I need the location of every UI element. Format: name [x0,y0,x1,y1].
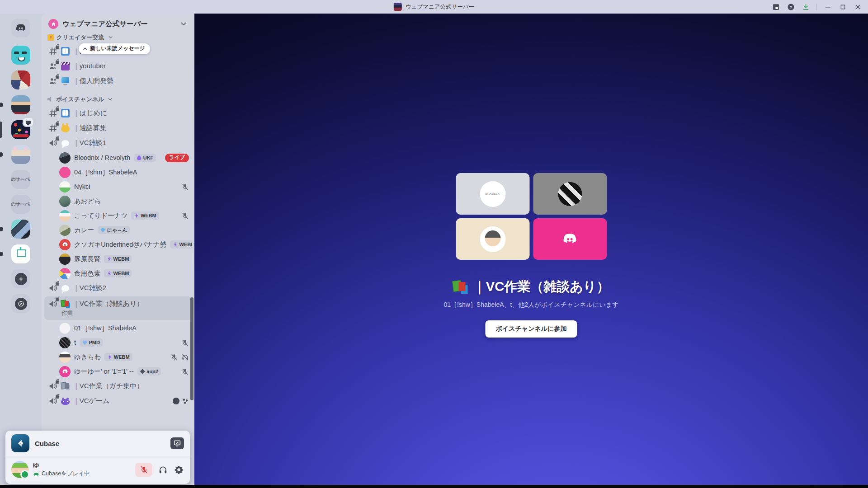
channel-はじめに[interactable]: ｜はじめに [44,106,192,121]
mic-muted-icon [170,353,178,361]
deafened-icon [181,353,189,361]
voice-user-row[interactable]: あおどら [44,194,192,208]
server-icon-photo[interactable] [0,70,42,89]
lock-icon [56,298,59,301]
server-folder[interactable]: のサーバ/ [0,170,42,189]
server-icon-suitman[interactable] [0,95,42,114]
help-icon[interactable]: ? [787,3,795,11]
channel-members-preview [173,398,188,404]
flame-icon [137,155,142,160]
member-avatar [173,398,179,404]
lock-icon [56,137,59,141]
bolt-icon [173,242,178,247]
server-folder-label: のサーバ/ [11,195,30,214]
server-avatar [11,95,30,114]
voice-user-row[interactable]: クソガキUnderfined@バナナ勢WEBM [44,237,192,252]
screen-share-button[interactable] [170,437,184,449]
maximize-button[interactable] [839,3,847,11]
participant-tile-logo[interactable]: SHABELA [456,173,529,215]
voice-user-row[interactable]: Nykci [44,179,192,194]
new-unread-messages-pill[interactable]: 新しい未読メッセージ [79,43,150,54]
badge-label: PMD [89,340,100,345]
user-avatar [59,152,71,164]
bubble-emoji [61,140,70,147]
join-voice-channel-button[interactable]: ボイスチャンネルに参加 [486,320,577,338]
voice-user-row[interactable]: カレーにゃ～ん [44,223,192,237]
voice-user-row[interactable]: 01［!shw］ShabeleA [44,321,192,335]
hand-emoji [61,125,70,132]
window-bottom-edge [0,485,868,488]
server-icon-miku[interactable] [0,220,42,239]
participant-tile-discord[interactable] [533,218,607,260]
server-icon-animegirl[interactable] [0,145,42,164]
bubble-emoji [61,285,70,292]
user-name: ゆーゆー' or '1'='1' -- [74,367,134,376]
voice-user-row[interactable]: Bloodnix / RevolythUKFライブ [44,150,192,165]
channel-youtuber[interactable]: ｜youtuber [44,59,192,74]
user-avatar [59,196,71,207]
server-header[interactable]: ウェブマニア公式サーバー [42,14,194,34]
pip-icon[interactable] [772,3,780,11]
voice-user-row[interactable]: 食用色素WEBM [44,266,192,281]
channel-VC雑談1[interactable]: ｜VC雑談1 [44,136,192,150]
lock-icon [56,108,59,111]
user-avatar [59,225,71,236]
unread-indicator [0,152,3,157]
voice-user-row[interactable]: 04［!shm］ShabeleA [44,165,192,179]
download-update-icon[interactable] [802,3,810,11]
user-name: クソガキUnderfined@バナナ勢 [74,240,166,249]
server-icon-webmania[interactable] [0,120,42,139]
channel-通話募集[interactable]: ｜通話募集 [44,121,192,136]
screen-activity-bubble [24,118,33,126]
activity-card[interactable]: Cubase [5,431,190,456]
category-ボイスチャンネル[interactable]: ボイスチャンネル [44,93,192,106]
user-badge-aup2: aup2 [137,367,161,375]
channel-VCゲーム[interactable]: ｜VCゲーム [44,394,192,408]
svg-text:?: ? [789,5,792,9]
server-icon-cyanface[interactable] [0,46,42,65]
channel-個人開発勢[interactable]: ｜個人開発勢 [44,74,192,89]
add-server-button[interactable] [0,269,42,288]
discord-home-button[interactable] [0,19,42,38]
voice-user-row[interactable]: こってりドーナツWEBM [44,208,192,223]
user-badge-WEBM: WEBM [170,240,192,249]
channel-label: ｜VC作業（ガチ集中） [73,382,143,390]
user-row-right: ライブ [165,154,189,162]
explore-servers-button[interactable] [0,294,42,313]
voice-user-row[interactable]: tPMD [44,335,192,350]
mic-mute-button[interactable] [135,463,152,477]
category-クリエイター交流[interactable]: クリエイター交流 [44,34,192,44]
deafen-button[interactable] [157,464,168,475]
current-user-status: Cubaseをプレイ中 [33,470,131,478]
selected-channel-block[interactable]: ｜VC作業（雑談あり）作業 [44,296,192,320]
channel-VC作業雑談あり[interactable]: ｜VC作業（雑談あり） [44,296,192,311]
current-user-avatar[interactable] [11,461,28,478]
bolt-icon [134,213,139,218]
channel-label: ｜通話募集 [73,124,107,132]
server-avatar [11,46,30,65]
channel-VC雑談2[interactable]: ｜VC雑談2 [44,281,192,296]
mic-muted-icon [181,212,189,220]
participant-tile-face[interactable] [456,218,529,260]
voice-user-row[interactable]: ゆきらわWEBM [44,350,192,364]
server-folder[interactable]: のサーバ/ [0,195,42,214]
minimize-button[interactable] [824,3,832,11]
user-avatar [59,323,71,334]
sidebar-scrollbar[interactable] [190,297,193,400]
clapper-emoji [61,62,70,70]
voice-user-row[interactable]: ゆーゆー' or '1'='1' --aup2 [44,364,192,379]
unread-pill-label: 新しい未読メッセージ [90,45,145,52]
settings-gear-button[interactable] [173,464,184,475]
channel-VC作業ガチ集中[interactable]: ｜VC作業（ガチ集中） [44,379,192,394]
server-boost-badge [48,19,58,29]
unread-indicator [0,227,3,231]
user-badge-にゃ～ん: にゃ～ん [98,226,130,234]
live-badge: ライブ [165,154,189,162]
badge-label: にゃ～ん [107,227,127,234]
participant-tile-stripes[interactable] [533,173,607,215]
forum-channel-icon [48,61,58,71]
close-button[interactable] [854,3,862,11]
activity-name: Cubase [35,440,165,447]
voice-user-row[interactable]: 豚原長賢WEBM [44,252,192,266]
server-icon-easel[interactable] [0,244,42,263]
